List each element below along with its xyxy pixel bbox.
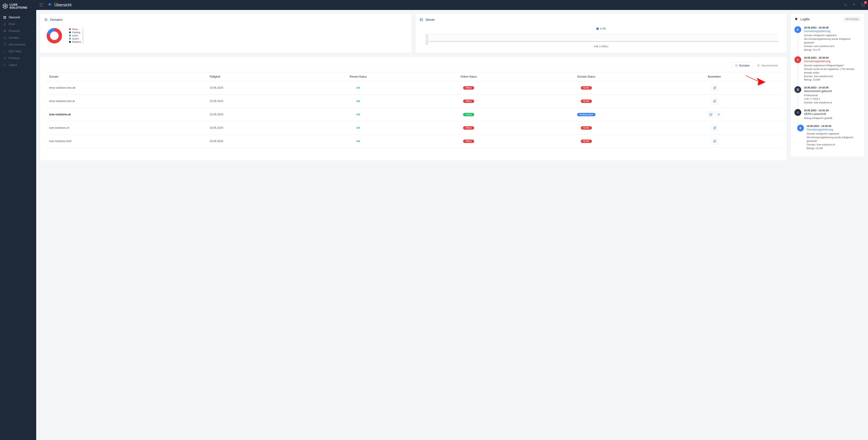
th-dstatus: Domain-Status bbox=[524, 72, 649, 81]
cell-due: 15.05.2024 bbox=[207, 108, 303, 121]
edit-button[interactable] bbox=[711, 98, 718, 104]
domains-table: Domain Fälligkeit Renew-Status Online-St… bbox=[45, 72, 781, 148]
gauge-icon bbox=[3, 50, 6, 53]
sidebar-item-seo-tools[interactable]: SEO-Tools› bbox=[0, 48, 36, 55]
log-time: 18.06.2023 - 14:30:29 bbox=[807, 125, 861, 127]
log-time: 18.06.2023 - 18:39:04 bbox=[804, 56, 861, 59]
server-card: Server In GB 2.01.61.20.80.40.0 bbox=[415, 13, 787, 53]
domains-card: Domains NoneParkingInternExternRedirect bbox=[40, 13, 412, 53]
cell-dstatus: NONE bbox=[524, 81, 649, 95]
list-button[interactable] bbox=[715, 111, 722, 118]
sidebar-item-label: Domains bbox=[9, 36, 19, 39]
log-item: 18.06.2023 - 14:30:29Domainregistrierung… bbox=[795, 123, 861, 153]
euro-icon bbox=[797, 125, 804, 131]
tab-abonnements[interactable]: Abonnements bbox=[754, 62, 781, 69]
table-row: envy-solutions-two.at15.05.2024ONOffline… bbox=[45, 95, 781, 108]
cell-dstatus: NONE bbox=[524, 135, 649, 148]
th-due: Fälligkeit bbox=[207, 72, 303, 81]
gear-icon bbox=[795, 109, 801, 116]
sidebar-item-label: Finanzen bbox=[9, 29, 20, 33]
cell-online: Online bbox=[413, 108, 524, 121]
cell-domain: luxe-solutions.at bbox=[45, 108, 207, 121]
brand-text: LUXESOLUTIONS bbox=[9, 3, 25, 9]
sidebar-item-premium[interactable]: Premium› bbox=[0, 55, 36, 62]
cell-actions bbox=[649, 95, 781, 108]
logout-icon bbox=[3, 63, 6, 66]
log-item: 18.06.2023 - 18:39:48Domainregistrierung… bbox=[795, 25, 861, 55]
search-icon[interactable] bbox=[843, 3, 848, 7]
server-xaxis: V-Nr.:1-7818-1 bbox=[424, 45, 778, 48]
edit-button[interactable] bbox=[711, 124, 718, 131]
log-title[interactable]: Domainregistrierung bbox=[807, 128, 861, 131]
cell-dstatus: NONE bbox=[524, 95, 649, 108]
server-chart-legend: In GB bbox=[424, 27, 778, 30]
svg-point-18 bbox=[421, 20, 421, 21]
sidebar-item-label: Premium bbox=[9, 57, 20, 60]
log-title[interactable]: Abonnement gebucht bbox=[804, 89, 861, 93]
cell-due: 15.05.2024 bbox=[207, 81, 303, 95]
tab-domains[interactable]: Domains bbox=[732, 62, 753, 69]
log-desc: Domain erfolgreich registriert!Die Domai… bbox=[804, 34, 861, 52]
sidebar-item-abonnements[interactable]: Abonnements› bbox=[0, 41, 36, 48]
cell-online: Offline bbox=[413, 95, 524, 108]
log-time: 18.06.2023 - 14:31:34 bbox=[804, 109, 861, 112]
svg-point-4 bbox=[4, 23, 5, 24]
sidebar-item-übersicht[interactable]: Übersicht bbox=[0, 14, 36, 21]
log-title[interactable]: SEPA-Lastschrift bbox=[804, 112, 861, 116]
cell-online: Offline bbox=[413, 81, 524, 95]
cell-online: Offline bbox=[413, 121, 524, 135]
svg-point-11 bbox=[864, 6, 864, 7]
legend-row: Extern bbox=[69, 37, 81, 40]
sidebar: LUXESOLUTIONS ÜbersichtProfil›Finanzen›D… bbox=[0, 0, 36, 440]
logo[interactable]: LUXESOLUTIONS bbox=[0, 0, 36, 12]
edit-button[interactable] bbox=[708, 111, 714, 118]
th-renew: Renew-Status bbox=[303, 72, 413, 81]
sidebar-item-label: Profil bbox=[9, 23, 15, 26]
log-title[interactable]: Domainregistrierung bbox=[804, 29, 861, 33]
server-icon bbox=[420, 18, 423, 22]
sidebar-item-profil[interactable]: Profil› bbox=[0, 21, 36, 28]
edit-button[interactable] bbox=[711, 138, 718, 145]
main: Übersicht 2 bbox=[36, 0, 868, 440]
tab-domains-label: Domains bbox=[739, 64, 750, 67]
cell-renew: ON bbox=[303, 95, 413, 108]
euro-icon bbox=[795, 26, 801, 33]
log-item: 18.06.2023 - 18:39:04Domainregistrierung… bbox=[795, 55, 861, 85]
donut-legend: NoneParkingInternExternRedirect bbox=[69, 28, 83, 44]
chevron-right-icon: › bbox=[32, 30, 33, 32]
table-row: luxe-solutions.tech18.05.2024ONOfflineNO… bbox=[45, 135, 781, 148]
svg-rect-26 bbox=[797, 90, 799, 91]
user-icon bbox=[3, 23, 6, 26]
tab-abonnements-label: Abonnements bbox=[761, 64, 778, 67]
clip-icon bbox=[3, 43, 6, 46]
server-card-title: Server bbox=[426, 18, 435, 22]
flag-icon[interactable] bbox=[852, 3, 856, 7]
globe-icon bbox=[44, 18, 48, 22]
chevron-right-icon: › bbox=[32, 43, 33, 46]
cell-actions bbox=[649, 81, 781, 95]
log-item: 18.06.2023 - 14:31:34SEPA-LastschriftAnt… bbox=[795, 108, 861, 123]
sidebar-item-finanzen[interactable]: Finanzen› bbox=[0, 28, 36, 34]
log-desc: Antrag erfolgreich gestellt bbox=[804, 117, 861, 120]
svg-rect-6 bbox=[4, 31, 6, 31]
th-edit: Bearbeiten bbox=[649, 72, 781, 81]
edit-button[interactable] bbox=[711, 84, 718, 91]
logfile-all-button[interactable]: Alle Einträge bbox=[843, 17, 861, 21]
sidebar-item-domains[interactable]: Domains› bbox=[0, 34, 36, 41]
server-plot bbox=[429, 34, 778, 42]
sidebar-item-label: Logout bbox=[9, 63, 17, 66]
sidebar-item-logout[interactable]: Logout bbox=[0, 62, 36, 68]
cell-dstatus: NONE bbox=[524, 121, 649, 135]
legend-row: None bbox=[69, 28, 81, 31]
cell-renew: ON bbox=[303, 81, 413, 95]
log-item: 18.06.2023 - 14:32:05Abonnement gebuchtP… bbox=[795, 85, 861, 108]
menu-toggle[interactable] bbox=[39, 3, 43, 6]
chevron-right-icon: › bbox=[32, 37, 33, 39]
cart-icon[interactable]: 2 bbox=[861, 3, 865, 7]
svg-rect-24 bbox=[797, 89, 799, 89]
log-desc: Domain erfolgreich registriert!Die Domai… bbox=[807, 132, 861, 150]
content: Domains NoneParkingInternExternRedirect bbox=[36, 10, 868, 440]
svg-rect-25 bbox=[797, 90, 799, 90]
log-title[interactable]: Domainregistrierung bbox=[804, 60, 861, 63]
page-title-wrap: Übersicht bbox=[48, 3, 71, 7]
